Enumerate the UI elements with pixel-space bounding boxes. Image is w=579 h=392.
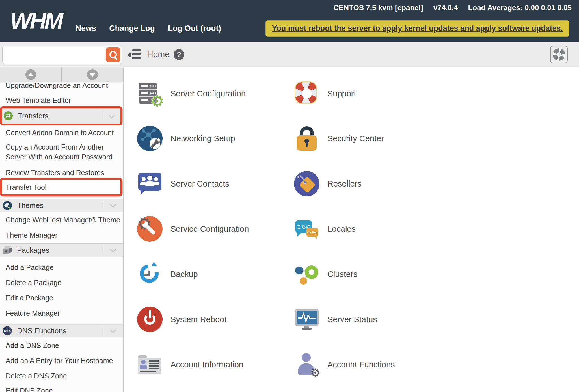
sidebar-item-add-package[interactable]: Add a Package [0, 262, 123, 273]
collapse-sidebar-button[interactable] [127, 49, 142, 60]
search-input[interactable] [5, 47, 103, 62]
scroll-up-button[interactable] [25, 69, 36, 80]
chevron-down-icon [110, 202, 116, 208]
nav-change-log[interactable]: Change Log [109, 24, 155, 33]
backup-clock-arrow-icon [137, 261, 163, 287]
sidebar-item-edit-package[interactable]: Edit a Package [0, 292, 123, 304]
transfers-icon: ⇄ [4, 111, 13, 120]
item-label: Transfer Tool [6, 183, 47, 191]
scroll-down-button[interactable] [87, 69, 98, 80]
status-os: CENTOS 7.5 kvm [cpanel] [333, 3, 423, 12]
grid-item-label: Account Information [170, 360, 243, 369]
system-reboot-power-icon [137, 307, 163, 332]
server-contacts-icon [137, 171, 163, 196]
sidebar-item-add-dns-zone[interactable]: Add a DNS Zone [0, 340, 123, 351]
sidebar-item-upgrade-downgrade-account[interactable]: Upgrade/Downgrade an Account [0, 80, 123, 91]
grid-item-server-contacts[interactable]: Server Contacts [137, 171, 229, 196]
server-configuration-icon: ⚙ [137, 81, 163, 106]
server-status-summary: CENTOS 7.5 kvm [cpanel] v74.0.4 Load Ave… [333, 3, 572, 12]
grid-item-label: Clusters [327, 270, 357, 279]
toolbar-strip: Home ? [0, 42, 579, 67]
account-information-card-icon [137, 352, 163, 377]
sidebar-search [2, 46, 122, 64]
grid-item-security-center[interactable]: Security Center [294, 126, 384, 151]
sidebar-item-convert-addon-domain[interactable]: Convert Addon Domain to Account [0, 127, 123, 138]
grid-item-account-information[interactable]: Account Information [137, 352, 243, 377]
grid-item-label: Server Configuration [170, 89, 246, 98]
grid-item-label: Account Functions [327, 360, 395, 369]
nav-log-out[interactable]: Log Out (root) [168, 24, 221, 33]
grid-item-label: Server Status [327, 315, 377, 324]
support-lifebuoy-icon [294, 81, 319, 106]
grid-item-label: Server Contacts [170, 179, 229, 189]
service-configuration-icon: ⚙ [137, 216, 163, 242]
section-label: Themes [17, 199, 44, 212]
arrow-up-icon [28, 73, 34, 76]
chevron-down-icon [110, 246, 116, 253]
grid-item-locales[interactable]: こちに Ce lieu Locales [294, 216, 356, 242]
gear-icon: ⚙ [310, 367, 321, 379]
grid-item-clusters[interactable]: Clusters [294, 261, 357, 287]
grid-item-backup[interactable]: Backup [137, 261, 198, 287]
whm-logo[interactable]: WHM [10, 10, 62, 32]
reboot-alert-banner[interactable]: You must reboot the server to apply kern… [265, 20, 569, 37]
grid-item-networking-setup[interactable]: Networking Setup [137, 126, 235, 151]
grid-item-label: Resellers [327, 179, 362, 189]
sidebar-section-themes[interactable]: Themes [0, 199, 123, 212]
section-label: DNS Functions [17, 324, 66, 337]
grid-item-support[interactable]: Support [294, 81, 356, 106]
chevron-down-icon [110, 327, 116, 333]
grid-item-server-configuration[interactable]: ⚙ Server Configuration [137, 81, 246, 106]
section-label: Packages [17, 244, 49, 257]
grid-item-label: Backup [170, 270, 198, 279]
themes-icon [3, 201, 12, 210]
grid-item-server-status[interactable]: Server Status [294, 307, 377, 332]
arrow-down-icon [90, 73, 95, 77]
sidebar-section-packages[interactable]: Packages [0, 243, 123, 257]
collapse-arrow-icon [127, 52, 131, 57]
chevron-down-icon [109, 112, 115, 119]
grid-item-label: Service Configuration [170, 224, 249, 234]
grid-item-resellers[interactable]: Resellers [294, 171, 362, 196]
sidebar-section-dns-functions[interactable]: DNS DNS Functions [0, 324, 123, 337]
nav-news[interactable]: News [75, 24, 96, 33]
sidebar-item-change-theme[interactable]: Change WebHost Manager® Theme [0, 214, 123, 226]
account-functions-user-gear-icon: ⚙ [294, 352, 319, 377]
sidebar-item-copy-account[interactable]: Copy an Account From Another Server With… [0, 142, 118, 162]
grid-item-account-functions[interactable]: ⚙ Account Functions [294, 352, 395, 377]
grid-item-system-reboot[interactable]: System Reboot [137, 307, 226, 332]
locales-speech-bubbles-icon: こちに Ce lieu [294, 216, 319, 242]
gear-icon: ⚙ [150, 93, 164, 109]
search-button[interactable] [106, 47, 120, 62]
sidebar-item-add-a-entry[interactable]: Add an A Entry for Your Hostname [0, 355, 123, 366]
grid-item-service-configuration[interactable]: ⚙ Service Configuration [137, 216, 249, 242]
grid-item-label: Networking Setup [170, 134, 235, 143]
sidebar: Upgrade/Downgrade an Account Web Templat… [0, 67, 124, 392]
transfers-highlight-box: ⇄ Transfers [0, 106, 122, 125]
dns-icon: DNS [3, 326, 12, 335]
sidebar-item-theme-manager[interactable]: Theme Manager [0, 229, 123, 241]
sidebar-item-feature-manager[interactable]: Feature Manager [0, 307, 123, 319]
resellers-tag-icon [294, 171, 319, 196]
security-center-lock-icon [294, 126, 319, 151]
transfer-tool-highlight-box: Transfer Tool [0, 178, 122, 196]
grid-item-label: Support [327, 89, 356, 98]
clusters-nodes-icon [294, 261, 319, 287]
server-status-monitor-icon [294, 307, 319, 332]
top-bar: WHM News Change Log Log Out (root) CENTO… [0, 0, 579, 42]
sidebar-item-web-template-editor[interactable]: Web Template Editor [0, 95, 123, 106]
support-button[interactable] [550, 46, 568, 63]
sidebar-item-delete-package[interactable]: Delete a Package [0, 277, 123, 288]
networking-setup-icon [137, 126, 163, 151]
status-load: Load Averages: 0.00 0.01 0.05 [468, 3, 572, 12]
grid-item-label: Security Center [327, 134, 384, 143]
top-nav: News Change Log Log Out (root) [75, 24, 221, 33]
breadcrumb-home[interactable]: Home [147, 49, 170, 60]
sidebar-item-edit-dns-zone[interactable]: Edit DNS Zone [0, 385, 123, 392]
sidebar-item-delete-dns-zone[interactable]: Delete a DNS Zone [0, 370, 123, 382]
sidebar-item-transfer-tool[interactable]: Transfer Tool [2, 180, 120, 194]
sidebar-item-review-transfers[interactable]: Review Transfers and Restores [0, 167, 123, 178]
sidebar-section-transfers[interactable]: ⇄ Transfers [2, 108, 120, 124]
section-label: Transfers [18, 108, 49, 124]
help-icon[interactable]: ? [174, 49, 184, 60]
